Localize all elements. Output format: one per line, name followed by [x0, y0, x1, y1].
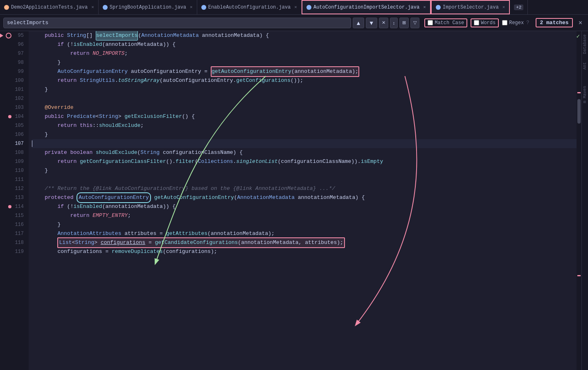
line-number-96: 96	[14, 42, 24, 47]
right-panel: Database Ant m Maven	[581, 31, 588, 370]
tab-importselector[interactable]: ImportSelector.java ×	[431, 0, 510, 14]
gutter-101: 101	[0, 85, 24, 94]
gutter-109: 109	[0, 157, 24, 166]
gutter-115: 115	[0, 211, 24, 220]
code-editor[interactable]: public String[] selectImports(Annotation…	[29, 31, 577, 370]
line-number-117: 117	[14, 231, 24, 237]
tab-label-autoimport: AutoConfigurationImportSelector.java	[313, 5, 419, 10]
line-number-107: 107	[14, 141, 24, 147]
tab-more-count: +2	[514, 5, 523, 10]
scrollbar-thumb[interactable]	[577, 99, 581, 124]
line-number-99: 99	[14, 69, 24, 74]
words-checkbox[interactable]	[474, 20, 479, 25]
gutter-111: 111	[0, 175, 24, 184]
search-bar: ▲ ▼ ✕ ↕ ⊞ ▽ Match Case Words Regex ? 2 m…	[0, 15, 588, 31]
line-number-116: 116	[14, 222, 24, 228]
tab-close-autoimport[interactable]: ×	[423, 5, 426, 10]
words-option[interactable]: Words	[471, 18, 499, 27]
tab-autoimport[interactable]: AutoConfigurationImportSelector.java ×	[302, 0, 431, 14]
gutter-circle-95	[6, 33, 11, 38]
code-line-99: AutoConfigurationEntry autoConfiguration…	[32, 67, 577, 76]
code-line-100: return StringUtils.toStringArray(autoCon…	[32, 76, 577, 85]
regex-label: Regex	[509, 20, 524, 26]
tab-close-demo2[interactable]: ×	[91, 5, 94, 10]
gutter-98: 98	[0, 58, 24, 67]
database-label[interactable]: Database	[583, 34, 587, 54]
tab-icon-importselector	[436, 5, 441, 10]
close-search-btn[interactable]: ×	[576, 18, 585, 27]
search-close-inline-btn[interactable]: ✕	[379, 18, 388, 28]
gutter-105: 105	[0, 121, 24, 130]
search-input[interactable]	[7, 20, 347, 26]
gutter-99: 99	[0, 67, 24, 76]
editor-window: Demo2ApplicationTests.java × SpringBootA…	[0, 0, 588, 370]
tab-enableauto[interactable]: EnableAutoConfiguration.java ×	[197, 0, 302, 14]
cyan-oval-113: AutoConfigurationEntry	[77, 192, 151, 203]
text-cursor	[32, 140, 32, 147]
line-number-119: 119	[14, 249, 24, 255]
line-number-110: 110	[14, 168, 24, 174]
code-line-98: }	[32, 58, 577, 67]
maven-label[interactable]: m Maven	[583, 86, 587, 103]
code-line-105: return this::shouldExclude;	[32, 121, 577, 130]
tab-close-enableauto[interactable]: ×	[294, 5, 297, 10]
gutter-107: 107	[0, 139, 24, 148]
breakpoint-dot-114	[8, 205, 11, 208]
search-input-area[interactable]	[3, 18, 351, 28]
code-line-104: public Predicate<String> getExclusionFil…	[32, 112, 577, 121]
line-number-102: 102	[14, 96, 24, 102]
breakpoint-arrow-95	[0, 34, 3, 38]
code-line-106: }	[32, 130, 577, 139]
match-case-option[interactable]: Match Case	[424, 18, 467, 27]
code-line-108: private boolean shouldExclude(String con…	[32, 148, 577, 157]
ant-label[interactable]: Ant	[583, 62, 587, 70]
tab-icon-demo2	[4, 5, 9, 10]
code-line-95: public String[] selectImports(Annotation…	[32, 31, 577, 40]
line-number-95: 95	[14, 33, 24, 38]
line-number-101: 101	[14, 87, 24, 92]
gutter-106: 106	[0, 130, 24, 139]
tab-demo2[interactable]: Demo2ApplicationTests.java ×	[0, 0, 99, 14]
code-line-109: return getConfigurationClassFilter().fil…	[32, 157, 577, 166]
code-line-101: }	[32, 85, 577, 94]
scrollbar[interactable]: ✓	[577, 31, 581, 370]
line-number-108: 108	[14, 150, 24, 156]
search-options: Match Case Words Regex ? 2 matches	[424, 18, 572, 27]
gutter-113: 113	[0, 193, 24, 202]
line-number-113: 113	[14, 195, 24, 201]
line-number-111: 111	[14, 177, 24, 183]
search-funnel-btn[interactable]: ▽	[410, 18, 419, 28]
regex-option[interactable]: Regex ?	[502, 20, 529, 26]
search-filter-btn[interactable]: ⊞	[399, 18, 409, 28]
code-line-112: /** Return the {@link AutoConfigurationE…	[32, 184, 577, 193]
code-line-110: }	[32, 166, 577, 175]
tab-springboot[interactable]: SpringBootApplication.java ×	[99, 0, 197, 14]
tab-label-springboot: SpringBootApplication.java	[110, 5, 186, 10]
red-box-118: List<String> configurations = getCandida…	[57, 237, 345, 248]
line-number-115: 115	[14, 213, 24, 219]
match-case-checkbox[interactable]	[428, 20, 433, 25]
gutter-118: 118	[0, 238, 24, 247]
line-number-105: 105	[14, 123, 24, 129]
tab-close-importselector[interactable]: ×	[502, 5, 505, 10]
gutter-112: 112	[0, 184, 24, 193]
line-number-104: 104	[14, 114, 24, 120]
tab-label-enableauto: EnableAutoConfiguration.java	[208, 5, 291, 10]
line-number-109: 109	[14, 159, 24, 165]
search-match-99: getAutoConfigurationEntry(annotationMeta…	[211, 66, 359, 77]
tab-label-importselector: ImportSelector.java	[443, 5, 499, 10]
search-wrap-btn[interactable]: ↕	[390, 18, 398, 28]
tab-more[interactable]: +2	[510, 0, 528, 14]
code-line-107	[32, 139, 577, 148]
code-line-96: if (!isEnabled(annotationMetadata)) {	[32, 40, 577, 49]
search-down-btn[interactable]: ▼	[366, 18, 377, 28]
regex-checkbox[interactable]	[502, 20, 507, 25]
gutter-95: 95	[0, 31, 24, 40]
line-number-100: 100	[14, 78, 24, 83]
tab-close-springboot[interactable]: ×	[190, 5, 193, 10]
checkmark-icon: ✓	[577, 33, 580, 40]
code-line-118: List<String> configurations = getCandida…	[32, 238, 577, 247]
gutter-102: 102	[0, 94, 24, 103]
search-up-btn[interactable]: ▲	[353, 18, 364, 28]
search-match-95: selectImports	[96, 31, 138, 41]
